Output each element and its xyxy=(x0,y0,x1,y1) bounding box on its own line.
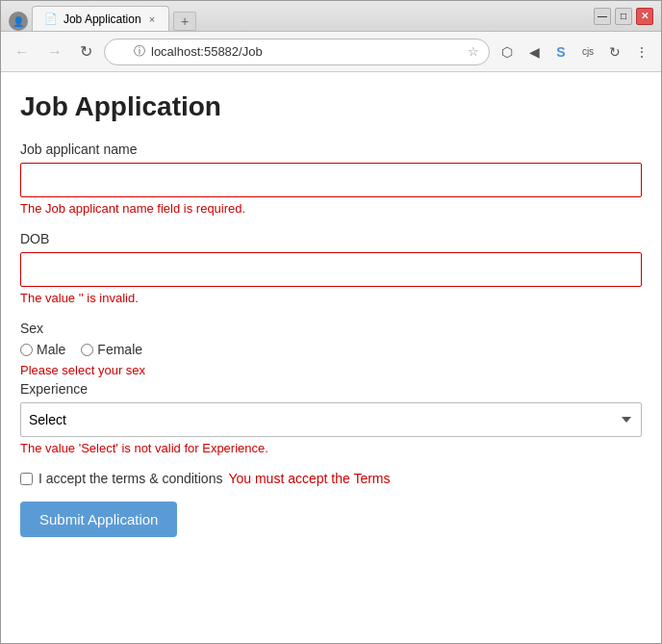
new-tab-button[interactable]: + xyxy=(173,12,196,31)
refresh-button[interactable]: ↻ xyxy=(74,39,98,64)
dob-input[interactable] xyxy=(20,252,642,287)
ext-icon-2[interactable]: ◀ xyxy=(522,40,546,64)
page-title: Job Application xyxy=(20,91,642,122)
browser-tab[interactable]: 📄 Job Application × xyxy=(32,6,169,31)
dob-label: DOB xyxy=(20,231,642,246)
browser-window: 👤 📄 Job Application × + — □ ✕ ← → ↻ ⓘ lo… xyxy=(0,0,662,644)
ext-icon-5[interactable]: ↻ xyxy=(603,40,626,64)
male-radio[interactable] xyxy=(20,344,33,356)
tab-area: 👤 📄 Job Application × + xyxy=(9,1,196,31)
tab-close-button[interactable]: × xyxy=(147,13,157,25)
ext-icon-1[interactable]: ⬡ xyxy=(496,40,519,64)
female-radio-label[interactable]: Female xyxy=(81,342,142,357)
sex-label: Sex xyxy=(20,321,642,336)
address-bar-inner: ⓘ localhost:55882/Job ☆ xyxy=(134,43,479,60)
dob-field-group: DOB The value '' is invalid. xyxy=(20,231,642,305)
male-label-text: Male xyxy=(37,342,65,357)
ext-icon-6[interactable]: ⋮ xyxy=(630,40,653,64)
address-bar[interactable]: ⓘ localhost:55882/Job ☆ xyxy=(104,39,490,65)
maximize-button[interactable]: □ xyxy=(615,8,632,25)
ext-icon-4[interactable]: cjs xyxy=(576,40,599,64)
name-input[interactable] xyxy=(20,163,642,197)
terms-row: I accept the terms & conditions You must… xyxy=(20,471,642,486)
experience-label: Experience xyxy=(20,381,642,397)
page-content: Job Application Job applicant name The J… xyxy=(1,72,661,643)
male-radio-label[interactable]: Male xyxy=(20,342,65,357)
close-button[interactable]: ✕ xyxy=(636,8,653,25)
ext-icon-3[interactable]: S xyxy=(549,40,573,64)
profile-icon: 👤 xyxy=(9,12,28,31)
experience-select-wrapper: Select 0-1 years 1-3 years 3-5 years 5+ … xyxy=(20,402,642,437)
title-bar: 👤 📄 Job Application × + — □ ✕ xyxy=(1,1,661,32)
title-bar-controls: — □ ✕ xyxy=(594,8,653,25)
bookmark-icon[interactable]: ☆ xyxy=(468,44,479,59)
terms-error: You must accept the Terms xyxy=(228,471,390,486)
address-text: localhost:55882/Job xyxy=(151,44,462,59)
female-label-text: Female xyxy=(97,342,142,357)
nav-bar: ← → ↻ ⓘ localhost:55882/Job ☆ ⬡ ◀ S cjs … xyxy=(1,32,661,72)
sex-radio-group: Male Female xyxy=(20,342,642,357)
female-radio[interactable] xyxy=(81,344,93,356)
minimize-button[interactable]: — xyxy=(594,8,611,25)
dob-error: The value '' is invalid. xyxy=(20,291,642,305)
sex-error: Please select your sex xyxy=(20,363,642,377)
name-error: The Job applicant name field is required… xyxy=(20,201,642,216)
secure-icon: ⓘ xyxy=(134,43,145,60)
experience-error: The value 'Select' is not valid for Expe… xyxy=(20,441,642,455)
terms-checkbox[interactable] xyxy=(20,473,33,485)
name-field-group: Job applicant name The Job applicant nam… xyxy=(20,142,642,216)
forward-button[interactable]: → xyxy=(41,39,68,64)
name-label: Job applicant name xyxy=(20,142,642,157)
experience-field-group: Experience Select 0-1 years 1-3 years 3-… xyxy=(20,381,642,455)
extension-icons: ⬡ ◀ S cjs ↻ ⋮ xyxy=(496,40,653,64)
submit-button[interactable]: Submit Application xyxy=(20,502,177,537)
back-button[interactable]: ← xyxy=(9,39,36,64)
terms-text: I accept the terms & conditions xyxy=(38,471,222,486)
tab-title: Job Application xyxy=(64,13,141,26)
tab-icon: 📄 xyxy=(44,13,58,25)
sex-field-group: Sex Male Female Please select your sex xyxy=(20,321,642,377)
experience-select[interactable]: Select 0-1 years 1-3 years 3-5 years 5+ … xyxy=(20,402,642,437)
